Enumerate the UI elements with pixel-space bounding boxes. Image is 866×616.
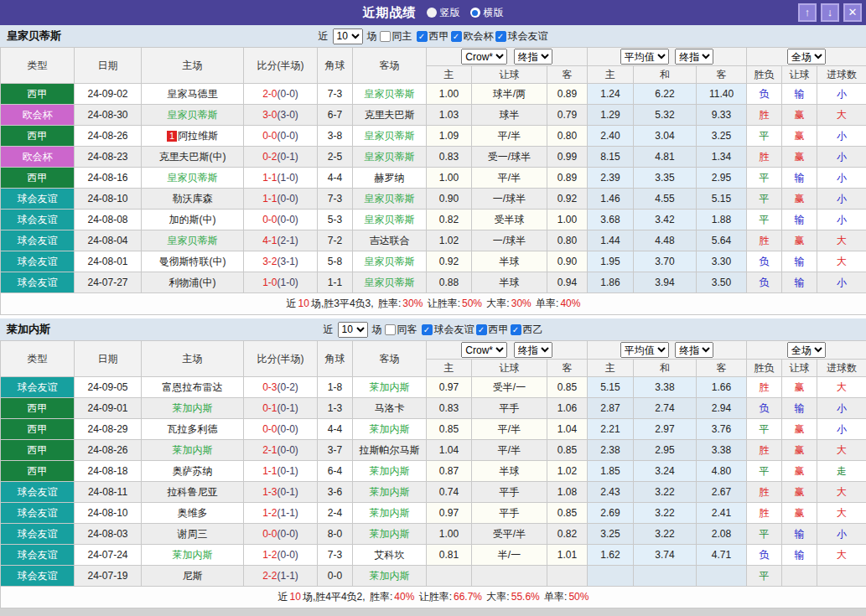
- avg-draw: 4.55: [634, 189, 697, 210]
- radio-icon[interactable]: [427, 8, 437, 18]
- home-team[interactable]: 1阿拉维斯: [142, 126, 244, 147]
- fulltime-select[interactable]: 全场: [787, 342, 826, 358]
- away-team[interactable]: 莱加内斯: [353, 419, 427, 440]
- home-team[interactable]: 拉科鲁尼亚: [142, 482, 244, 503]
- corner-score: 7-2: [318, 230, 353, 251]
- layout-radio-vertical[interactable]: 竖版: [427, 6, 460, 20]
- odds-source-select[interactable]: Crow*: [461, 49, 507, 65]
- home-team[interactable]: 莱加内斯: [142, 545, 244, 566]
- radio-icon[interactable]: [470, 8, 480, 18]
- away-team-name: 赫罗纳: [375, 172, 405, 184]
- same-side-filter[interactable]: 同主: [380, 29, 412, 44]
- league-filter[interactable]: ✓西甲: [417, 29, 449, 44]
- home-team[interactable]: 加的斯(中): [142, 210, 244, 230]
- league-filter[interactable]: ✓欧会杯: [451, 29, 494, 44]
- home-team[interactable]: 奥萨苏纳: [142, 461, 244, 482]
- avg-select[interactable]: 平均值: [620, 49, 669, 65]
- away-team[interactable]: 艾科坎: [353, 545, 427, 566]
- close-button[interactable]: ✕: [843, 3, 862, 22]
- league-filter[interactable]: ✓西甲: [476, 323, 509, 337]
- summary-record: 场,胜3平4负3,: [311, 298, 376, 309]
- home-team[interactable]: 莱加内斯: [142, 440, 244, 461]
- away-team[interactable]: 莱加内斯: [353, 377, 427, 398]
- avg-time-select[interactable]: 终指: [675, 342, 713, 358]
- league-filter[interactable]: ✓球会友谊: [495, 29, 548, 44]
- halftime-score: (0-0): [277, 528, 298, 540]
- avg-select[interactable]: 平均值: [620, 342, 669, 358]
- home-team[interactable]: 瓦拉多利德: [142, 419, 244, 440]
- away-team[interactable]: 皇家贝蒂斯: [353, 147, 427, 168]
- fulltime-select[interactable]: 全场: [787, 49, 826, 65]
- away-team[interactable]: 皇家贝蒂斯: [353, 251, 427, 272]
- home-team[interactable]: 皇家贝蒂斯: [142, 105, 244, 126]
- avg-home: 1.46: [588, 189, 634, 210]
- away-team[interactable]: 皇家贝蒂斯: [353, 84, 427, 105]
- home-team[interactable]: 克里夫巴斯(中): [142, 147, 244, 168]
- away-team[interactable]: 皇家贝蒂斯: [353, 189, 427, 210]
- league-checkbox[interactable]: ✓: [511, 324, 521, 335]
- away-team[interactable]: 莱加内斯: [353, 566, 427, 587]
- league-checkbox[interactable]: ✓: [417, 31, 428, 42]
- home-team[interactable]: 富恩拉布雷达: [142, 377, 244, 398]
- away-team-name: 艾科坎: [375, 549, 405, 561]
- away-team[interactable]: 赫罗纳: [353, 168, 427, 189]
- home-team[interactable]: 奥维多: [142, 503, 244, 524]
- league-checkbox[interactable]: ✓: [451, 31, 462, 42]
- away-team-name: 莱加内斯: [370, 423, 410, 435]
- same-side-filter[interactable]: 同客: [385, 323, 417, 337]
- away-team[interactable]: 皇家贝蒂斯: [353, 272, 427, 293]
- sub-col-result: 胜负: [747, 360, 782, 377]
- score: 0-0(0-0): [244, 210, 318, 230]
- col-type: 类型: [1, 48, 75, 84]
- result: 负: [747, 545, 782, 566]
- recent-count-select[interactable]: 10: [333, 28, 363, 44]
- recent-count-select[interactable]: 10: [338, 322, 368, 338]
- home-team[interactable]: 皇家马德里: [142, 84, 244, 105]
- league-checkbox[interactable]: ✓: [476, 324, 487, 335]
- games-label: 场: [367, 29, 377, 44]
- match-type-badge: 球会友谊: [1, 524, 75, 545]
- home-team[interactable]: 皇家贝蒂斯: [142, 168, 244, 189]
- avg-home: 2.21: [588, 419, 634, 440]
- avg-time-select[interactable]: 终指: [675, 49, 713, 65]
- away-team[interactable]: 马洛卡: [353, 398, 427, 419]
- halftime-score: (3-1): [277, 256, 298, 267]
- home-team[interactable]: 曼彻斯特联(中): [142, 251, 244, 272]
- away-team[interactable]: 拉斯帕尔马斯: [353, 440, 427, 461]
- odds-time-select[interactable]: 终指: [514, 49, 552, 65]
- away-team[interactable]: 克里夫巴斯: [353, 105, 427, 126]
- home-team[interactable]: 尼斯: [142, 566, 244, 587]
- result: 平: [747, 168, 782, 189]
- league-checkbox[interactable]: ✓: [422, 324, 433, 335]
- same-side-checkbox[interactable]: [385, 324, 396, 335]
- near-label: 近: [319, 29, 329, 44]
- odds-time-select[interactable]: 终指: [514, 342, 552, 358]
- sub-col-handicap-result: 让球: [782, 66, 817, 84]
- home-team[interactable]: 皇家贝蒂斯: [142, 230, 244, 251]
- league-filter[interactable]: ✓球会友谊: [422, 323, 474, 337]
- corner-score: 7-3: [318, 189, 353, 210]
- scroll-down-button[interactable]: ↓: [821, 3, 839, 22]
- away-team[interactable]: 莱加内斯: [353, 482, 427, 503]
- away-team-name: 莱加内斯: [370, 486, 410, 498]
- fulltime-score: 1-3: [262, 486, 277, 498]
- home-team[interactable]: 利物浦(中): [142, 272, 244, 293]
- away-team[interactable]: 皇家贝蒂斯: [353, 126, 427, 147]
- away-team[interactable]: 莱加内斯: [353, 524, 427, 545]
- same-side-checkbox[interactable]: [380, 31, 391, 42]
- away-team[interactable]: 莱加内斯: [353, 503, 427, 524]
- away-team[interactable]: 莱加内斯: [353, 461, 427, 482]
- league-filter[interactable]: ✓西乙: [511, 323, 543, 337]
- odds-home: 0.85: [427, 419, 472, 440]
- scroll-up-button[interactable]: ↑: [798, 3, 817, 22]
- odds-source-select[interactable]: Crow*: [461, 342, 507, 358]
- home-team[interactable]: 莱加内斯: [142, 398, 244, 419]
- sub-col-avg-away: 客: [697, 360, 747, 377]
- home-team[interactable]: 勒沃库森: [142, 189, 244, 210]
- halftime-score: (1-0): [277, 172, 298, 184]
- home-team[interactable]: 谢周三: [142, 524, 244, 545]
- layout-radio-horizontal[interactable]: 横版: [470, 6, 504, 20]
- away-team[interactable]: 吉达联合: [353, 230, 427, 251]
- league-checkbox[interactable]: ✓: [495, 31, 506, 42]
- away-team[interactable]: 皇家贝蒂斯: [353, 210, 427, 230]
